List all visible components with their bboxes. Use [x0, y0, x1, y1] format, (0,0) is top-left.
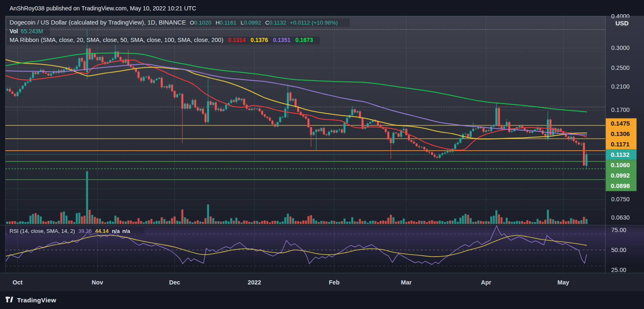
svg-text:0.0750: 0.0750 — [611, 196, 629, 203]
svg-text:0.0898: 0.0898 — [611, 182, 630, 189]
svg-text:0.0630: 0.0630 — [611, 214, 629, 221]
svg-text:0.1132: 0.1132 — [611, 151, 629, 158]
svg-text:0.1700: 0.1700 — [611, 106, 629, 113]
svg-text:USD: USD — [615, 20, 629, 27]
svg-text:TradingView: TradingView — [17, 297, 56, 304]
svg-text:MA Ribbon (SMA, close, 20, SMA: MA Ribbon (SMA, close, 20, SMA, close, 5… — [10, 37, 223, 43]
svg-text:50.00: 50.00 — [611, 247, 626, 253]
svg-text:RSI (14, close, SMA, 14, 2)39.: RSI (14, close, SMA, 14, 2)39.3644.14n/a… — [10, 228, 130, 234]
svg-text:75.00: 75.00 — [611, 227, 626, 233]
svg-text:2022: 2022 — [248, 279, 261, 286]
svg-text:0.1171: 0.1171 — [611, 141, 629, 148]
svg-text:25.00: 25.00 — [611, 267, 626, 273]
svg-text:Apr: Apr — [481, 279, 491, 286]
svg-text:0.2100: 0.2100 — [611, 83, 629, 90]
svg-text:0.2500: 0.2500 — [611, 64, 629, 71]
svg-text:0.3000: 0.3000 — [611, 44, 629, 51]
svg-text:May: May — [558, 279, 569, 286]
svg-text:0.1060: 0.1060 — [611, 161, 630, 168]
svg-text:Dec: Dec — [169, 279, 180, 286]
svg-text:0.0992: 0.0992 — [611, 172, 630, 179]
svg-text:Feb: Feb — [329, 279, 340, 286]
svg-text:65.243M: 65.243M — [21, 28, 43, 35]
svg-text:Vol: Vol — [10, 28, 18, 35]
svg-text:Mar: Mar — [401, 279, 412, 286]
svg-text:Oct: Oct — [12, 279, 22, 286]
svg-text:AnShRoy038 published on Tradin: AnShRoy038 published on TradingView.com,… — [10, 5, 196, 12]
svg-text:Nov: Nov — [92, 279, 103, 286]
svg-text:0.1306: 0.1306 — [611, 130, 630, 137]
svg-text:0.1475: 0.1475 — [611, 120, 630, 127]
svg-text:Dogecoin / US Dollar (calculat: Dogecoin / US Dollar (calculated by Trad… — [10, 19, 186, 26]
